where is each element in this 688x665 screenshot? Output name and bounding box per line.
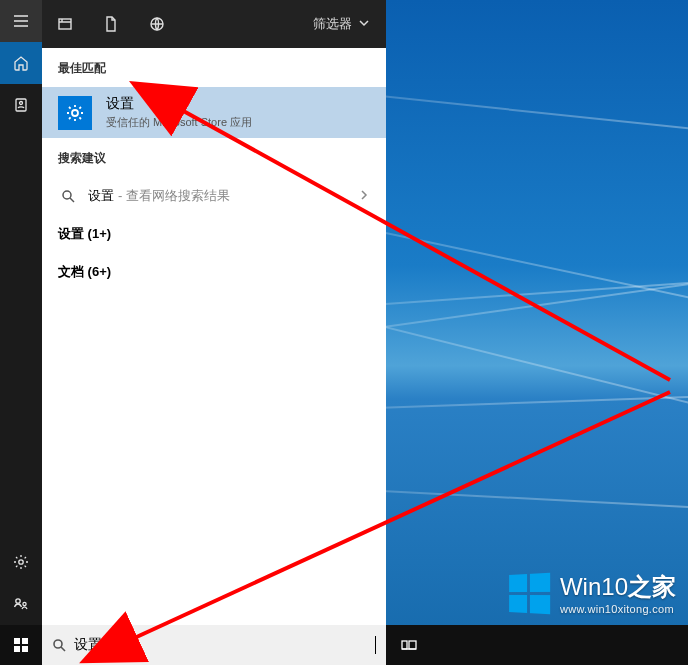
feedback-icon[interactable] [0,583,42,625]
svg-rect-5 [59,19,71,29]
taskbar-right-section [386,625,432,665]
task-view-button[interactable] [386,625,432,665]
chevron-down-icon [358,17,370,32]
svg-rect-9 [14,638,20,644]
windows-logo-icon [509,572,550,613]
taskbar-search-box[interactable] [42,625,386,665]
search-input[interactable] [74,637,373,653]
suggestion-hint: - 查看网络搜索结果 [118,187,230,205]
search-icon [52,638,66,652]
text-caret [375,636,376,654]
result-settings-app[interactable]: 设置 受信任的 Microsoft Store 应用 [42,87,386,138]
svg-rect-14 [402,641,407,649]
taskbar [0,625,688,665]
category-documents[interactable]: 文档 (6+) [42,253,386,291]
svg-point-7 [72,110,78,116]
svg-rect-15 [409,641,416,649]
result-subtitle: 受信任的 Microsoft Store 应用 [106,115,252,130]
web-suggestion-row[interactable]: 设置 - 查看网络搜索结果 [42,177,386,215]
svg-rect-12 [22,646,28,652]
filter-label: 筛选器 [313,15,352,33]
svg-rect-11 [14,646,20,652]
watermark-title: Win10之家 [560,571,676,603]
cortana-sidebar [0,0,42,625]
section-best-match: 最佳匹配 [42,48,386,87]
svg-point-3 [16,599,20,603]
result-title: 设置 [106,95,252,113]
results-body: 最佳匹配 设置 受信任的 Microsoft Store 应用 搜索建议 设置 … [42,48,386,625]
svg-point-2 [19,560,23,564]
filter-dropdown[interactable]: 筛选器 [303,0,386,48]
chevron-right-icon [358,189,370,204]
section-search-suggestions: 搜索建议 [42,138,386,177]
settings-icon[interactable] [0,541,42,583]
svg-point-1 [20,102,23,105]
gear-icon [58,96,92,130]
svg-rect-10 [22,638,28,644]
svg-point-4 [23,602,26,605]
category-settings[interactable]: 设置 (1+) [42,215,386,253]
cortana-results-panel: 筛选器 最佳匹配 设置 受信任的 Microsoft Store 应用 搜索建议… [42,0,386,625]
svg-point-8 [63,191,71,199]
document-icon[interactable] [88,0,134,48]
suggestion-term: 设置 [88,187,114,205]
home-icon[interactable] [0,42,42,84]
menu-icon[interactable] [0,0,42,42]
notebook-icon[interactable] [0,84,42,126]
watermark-url: www.win10xitong.com [560,603,676,615]
svg-point-13 [54,640,62,648]
web-icon[interactable] [134,0,180,48]
start-button[interactable] [0,625,42,665]
watermark: Win10之家 www.win10xitong.com [507,571,676,615]
recent-icon[interactable] [42,0,88,48]
search-icon [58,189,78,203]
results-topbar: 筛选器 [42,0,386,48]
